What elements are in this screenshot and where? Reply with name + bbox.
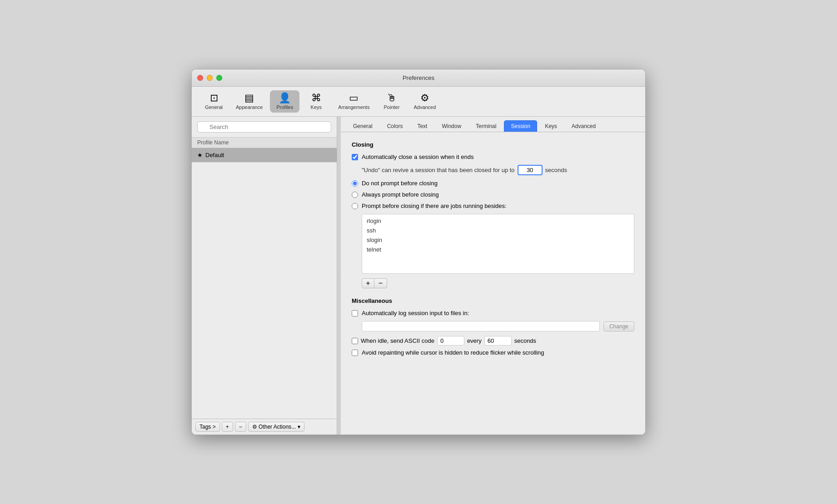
job-item-slogin[interactable]: slogin: [362, 235, 634, 245]
minimize-button[interactable]: [207, 75, 213, 81]
ascii-checkbox[interactable]: [352, 338, 358, 344]
ascii-row: When idle, send ASCII code every seconds: [352, 336, 634, 346]
title-bar: Preferences: [192, 69, 645, 87]
toolbar-item-general[interactable]: ⊡ General: [199, 90, 229, 113]
preferences-window: Preferences ⊡ General ▤ Appearance 👤 Pro…: [191, 69, 646, 435]
settings-panel: Closing Automatically close a session wh…: [341, 132, 645, 435]
job-item-rlogin[interactable]: rlogin: [362, 216, 634, 226]
profile-item-default[interactable]: ★ Default: [192, 148, 337, 163]
change-button[interactable]: Change: [603, 321, 634, 331]
window-controls: [197, 75, 222, 81]
tab-bar: General Colors Text Window Terminal Sess…: [341, 117, 645, 132]
log-session-row: Automatically log session input to files…: [352, 310, 634, 316]
main-content: 🔍 Profile Name ★ Default Tags > +: [192, 117, 645, 435]
tab-advanced[interactable]: Advanced: [565, 120, 603, 132]
toolbar-label-general: General: [205, 104, 223, 110]
toolbar-item-pointer[interactable]: 🖱 Pointer: [377, 90, 406, 113]
list-buttons: + −: [362, 278, 634, 288]
toolbar-label-keys: Keys: [311, 104, 322, 110]
tab-window[interactable]: Window: [435, 120, 468, 132]
tab-keys[interactable]: Keys: [538, 120, 564, 132]
remove-profile-button[interactable]: −: [235, 422, 246, 432]
profile-name: Default: [205, 152, 224, 158]
toolbar-label-advanced: Advanced: [414, 104, 436, 110]
remove-icon: −: [239, 424, 242, 430]
toolbar-label-appearance: Appearance: [236, 104, 263, 110]
auto-close-row: Automatically close a session when it en…: [352, 153, 634, 160]
prompt-if-jobs-radio[interactable]: [352, 203, 358, 209]
no-prompt-radio[interactable]: [352, 180, 358, 187]
always-prompt-radio[interactable]: [352, 192, 358, 198]
sidebar-bottom: Tags > + − ⚙ Other Actions... ▾: [192, 419, 337, 435]
avoid-repaint-row: Avoid repainting while cursor is hidden …: [352, 349, 634, 356]
every-label: every: [467, 337, 482, 344]
auto-close-label: Automatically close a session when it en…: [362, 153, 473, 160]
avoid-repaint-label: Avoid repainting while cursor is hidden …: [362, 349, 544, 356]
tags-button[interactable]: Tags >: [195, 422, 220, 432]
arrangements-icon: ▭: [349, 93, 359, 103]
add-job-button[interactable]: +: [362, 278, 374, 288]
prompt-if-jobs-label: Prompt before closing if there are jobs …: [362, 203, 507, 209]
seconds-label: seconds: [514, 337, 536, 344]
tab-text[interactable]: Text: [410, 120, 434, 132]
log-path-input[interactable]: [362, 321, 600, 331]
undo-prefix: "Undo" can revive a session that has bee…: [362, 167, 515, 173]
job-item-ssh[interactable]: ssh: [362, 226, 634, 235]
always-prompt-label: Always prompt before closing: [362, 191, 439, 198]
star-icon: ★: [197, 152, 203, 158]
auto-close-checkbox[interactable]: [352, 154, 358, 160]
remove-job-button[interactable]: −: [374, 278, 387, 288]
tab-colors[interactable]: Colors: [380, 120, 410, 132]
idle-seconds-input[interactable]: [484, 336, 512, 346]
search-input[interactable]: [197, 121, 331, 133]
toolbar-label-pointer: Pointer: [384, 104, 399, 110]
resize-handle[interactable]: ·: [337, 117, 341, 435]
other-actions-label: ⚙ Other Actions...: [252, 424, 296, 430]
no-prompt-label: Do not prompt before closing: [362, 180, 438, 187]
ascii-code-input[interactable]: [437, 336, 464, 346]
toolbar-label-arrangements: Arrangements: [338, 104, 369, 110]
search-wrapper: 🔍: [197, 121, 331, 133]
grip-icon: ·: [339, 273, 340, 278]
add-icon: +: [226, 424, 229, 430]
toolbar-item-appearance[interactable]: ▤ Appearance: [230, 90, 268, 113]
undo-row: "Undo" can revive a session that has bee…: [352, 165, 634, 175]
tab-terminal[interactable]: Terminal: [469, 120, 503, 132]
tab-general[interactable]: General: [346, 120, 379, 132]
sidebar: 🔍 Profile Name ★ Default Tags > +: [192, 117, 337, 435]
tab-session[interactable]: Session: [504, 120, 537, 132]
profile-list-header: Profile Name: [192, 138, 337, 148]
content-area: General Colors Text Window Terminal Sess…: [341, 117, 645, 435]
tags-label: Tags >: [199, 424, 216, 430]
close-button[interactable]: [197, 75, 203, 81]
log-file-row: Change: [362, 321, 634, 331]
undo-suffix: seconds: [545, 167, 567, 173]
search-bar: 🔍: [192, 117, 337, 138]
toolbar-item-arrangements[interactable]: ▭ Arrangements: [333, 90, 375, 113]
add-profile-button[interactable]: +: [222, 422, 233, 432]
log-session-checkbox[interactable]: [352, 310, 358, 316]
ascii-label: When idle, send ASCII code: [361, 337, 434, 344]
toolbar-item-advanced[interactable]: ⚙ Advanced: [408, 90, 441, 113]
toolbar-item-profiles[interactable]: 👤 Profiles: [270, 90, 299, 113]
window-title: Preferences: [403, 74, 434, 81]
log-session-label: Automatically log session input to files…: [362, 310, 469, 316]
no-prompt-row: Do not prompt before closing: [352, 180, 634, 187]
toolbar-label-profiles: Profiles: [276, 104, 293, 110]
profile-list: ★ Default: [192, 148, 337, 419]
always-prompt-row: Always prompt before closing: [352, 191, 634, 198]
advanced-icon: ⚙: [420, 93, 429, 103]
undo-seconds-input[interactable]: [518, 165, 543, 175]
misc-section-title: Miscellaneous: [352, 297, 634, 304]
toolbar-item-keys[interactable]: ⌘ Keys: [301, 90, 331, 113]
pointer-icon: 🖱: [387, 93, 397, 103]
maximize-button[interactable]: [216, 75, 222, 81]
closing-section-title: Closing: [352, 141, 634, 148]
prompt-if-jobs-row: Prompt before closing if there are jobs …: [352, 203, 634, 209]
appearance-icon: ▤: [244, 93, 254, 103]
other-actions-button[interactable]: ⚙ Other Actions... ▾: [248, 422, 304, 432]
jobs-list: rlogin ssh slogin telnet: [362, 214, 634, 273]
job-item-telnet[interactable]: telnet: [362, 245, 634, 254]
avoid-repaint-checkbox[interactable]: [352, 350, 358, 356]
profiles-icon: 👤: [279, 93, 291, 103]
